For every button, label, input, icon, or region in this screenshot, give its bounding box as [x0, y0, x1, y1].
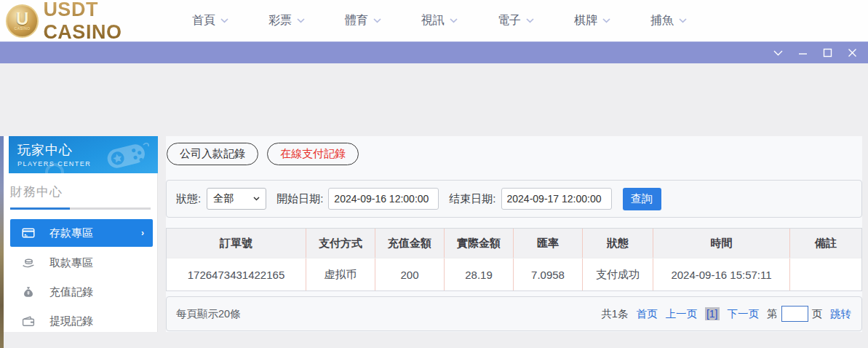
page-size-text: 每頁顯示20條 — [176, 307, 241, 321]
sidebar-item-label: 提現記錄 — [49, 315, 93, 328]
main-panel: 公司入款記錄 在線支付記錄 狀態: 全部 開始日期: 结束日期: 查詢 訂單號 … — [166, 136, 862, 332]
nav-label: 捕魚 — [650, 13, 674, 28]
sidebar-item-deposit[interactable]: 存款專區 › — [10, 219, 153, 247]
col-status: 狀態 — [582, 229, 653, 258]
col-deposit-amount: 充值金額 — [375, 229, 444, 258]
first-page-link[interactable]: 首页 — [636, 307, 657, 321]
total-count-text: 共1条 — [601, 307, 628, 321]
cell-exchange-rate: 7.0958 — [513, 258, 582, 290]
logo[interactable]: U CASINO USDT CASINO — [0, 0, 180, 44]
status-select[interactable]: 全部 — [207, 188, 266, 210]
pagination-bar: 每頁顯示20條 共1条 首页 上一页 [1] 下一页 第 页 跳转 — [166, 296, 862, 331]
nav-label: 電子 — [498, 13, 521, 28]
cell-deposit-amount: 200 — [375, 258, 444, 290]
nav-label: 體育 — [345, 13, 368, 28]
jump-label-pre: 第 — [767, 307, 778, 321]
minimize-icon — [798, 48, 808, 58]
record-tabs: 公司入款記錄 在線支付記錄 — [166, 136, 862, 165]
end-date-label: 结束日期: — [449, 192, 495, 206]
close-icon — [848, 48, 857, 58]
status-select-value: 全部 — [213, 192, 234, 205]
window-close-button[interactable] — [843, 44, 862, 62]
end-date-input[interactable] — [501, 188, 612, 210]
col-payment-method: 支付方式 — [306, 229, 375, 258]
next-page-link[interactable]: 下一页 — [728, 307, 760, 321]
pagination-controls: 共1条 首页 上一页 [1] 下一页 第 页 跳转 — [601, 306, 851, 322]
maximize-icon — [823, 48, 832, 58]
cell-status: 支付成功 — [582, 258, 653, 290]
main-nav: 首頁 彩票 體育 視訊 電子 棋牌 捕魚 — [192, 13, 687, 28]
col-remark: 備註 — [789, 229, 861, 258]
window-minimize-button[interactable] — [793, 44, 813, 62]
start-date-input[interactable] — [328, 188, 439, 210]
sidebar-item-label: 存款專區 — [49, 226, 93, 240]
table-row: 1726473431422165 虚拟币 200 28.19 7.0958 支付… — [167, 258, 861, 290]
filter-bar: 狀態: 全部 開始日期: 结束日期: 查詢 — [166, 180, 862, 218]
nav-item-slots[interactable]: 電子 — [498, 13, 534, 28]
app-header: U CASINO USDT CASINO 首頁 彩票 體育 視訊 電子 棋牌 — [0, 0, 868, 41]
coin-letter: U — [16, 11, 28, 27]
usdt-coin-logo-icon: U CASINO — [6, 4, 39, 38]
tab-label: 在線支付記錄 — [280, 147, 346, 161]
cell-time: 2024-09-16 15:57:11 — [653, 258, 789, 290]
tab-company-deposit-records[interactable]: 公司入款記錄 — [167, 143, 258, 165]
prev-page-link[interactable]: 上一页 — [665, 307, 697, 321]
col-time: 時間 — [653, 229, 789, 258]
jump-label-post: 页 — [812, 307, 823, 321]
withdraw-hand-icon — [22, 256, 35, 269]
nav-item-sports[interactable]: 體育 — [345, 13, 381, 28]
sidebar-item-withdraw-records[interactable]: 提現記錄 — [4, 307, 157, 336]
chevron-down-icon — [253, 197, 260, 201]
nav-item-live[interactable]: 視訊 — [421, 13, 458, 28]
nav-item-home[interactable]: 首頁 — [192, 13, 228, 28]
cell-payment-method: 虚拟币 — [306, 258, 375, 290]
nav-label: 彩票 — [268, 13, 292, 28]
finance-section-label: 財務中心 — [10, 183, 157, 200]
chevron-down-icon — [297, 18, 305, 23]
chevron-down-icon — [220, 18, 228, 23]
chevron-down-icon — [773, 50, 783, 56]
cell-order-number: 1726473431422165 — [167, 258, 306, 290]
page-jump-input[interactable] — [781, 306, 808, 322]
sidebar-item-label: 充值記錄 — [49, 285, 93, 299]
sidebar-item-withdraw[interactable]: 取款專區 — [4, 248, 157, 277]
finance-divider — [10, 207, 151, 210]
chevron-down-icon — [679, 18, 687, 23]
status-label: 狀態: — [176, 192, 201, 206]
window-maximize-button[interactable] — [818, 44, 837, 62]
sidebar-item-deposit-records[interactable]: 充值記錄 — [4, 277, 157, 307]
records-table: 訂單號 支付方式 充值金額 實際金額 匯率 狀態 時間 備註 172647343… — [166, 228, 862, 291]
col-order-number: 訂單號 — [167, 229, 306, 258]
sidebar-menu: 存款專區 › 取款專區 充值記錄 提現記錄 — [4, 219, 157, 336]
coin-sub-text: CASINO — [15, 27, 31, 31]
nav-label: 視訊 — [421, 13, 445, 28]
nav-label: 棋牌 — [574, 13, 597, 28]
chevron-right-icon: › — [141, 228, 153, 238]
nav-label: 首頁 — [192, 13, 215, 28]
nav-item-lottery[interactable]: 彩票 — [268, 13, 305, 28]
nav-item-fishing[interactable]: 捕魚 — [650, 13, 687, 28]
finance-section: 財務中心 — [10, 183, 157, 210]
cell-remark — [789, 258, 861, 290]
search-button[interactable]: 查詢 — [623, 188, 661, 210]
tab-online-payment-records[interactable]: 在線支付記錄 — [267, 143, 359, 165]
logo-text: USDT CASINO — [43, 0, 180, 44]
bank-card-icon — [22, 226, 35, 240]
players-center-header: 玩家中心 PLAYERS CENTER — [9, 136, 158, 173]
table-header-row: 訂單號 支付方式 充值金額 實際金額 匯率 狀態 時間 備註 — [167, 229, 861, 258]
current-page-badge: [1] — [705, 307, 720, 320]
tab-label: 公司入款記錄 — [180, 147, 245, 161]
nav-item-cards[interactable]: 棋牌 — [574, 13, 610, 28]
window-dropdown-button[interactable] — [768, 44, 788, 62]
chevron-down-icon — [526, 18, 534, 23]
jump-button[interactable]: 跳转 — [830, 307, 851, 321]
wallet-icon — [22, 315, 35, 328]
chevron-down-icon — [450, 18, 458, 23]
sidebar-item-label: 取款專區 — [49, 256, 93, 270]
window-titlebar — [0, 41, 868, 63]
cell-actual-amount: 28.19 — [444, 258, 513, 290]
col-actual-amount: 實際金額 — [444, 229, 513, 258]
money-bag-icon — [22, 285, 35, 298]
col-exchange-rate: 匯率 — [513, 229, 582, 258]
chevron-down-icon — [373, 18, 381, 23]
